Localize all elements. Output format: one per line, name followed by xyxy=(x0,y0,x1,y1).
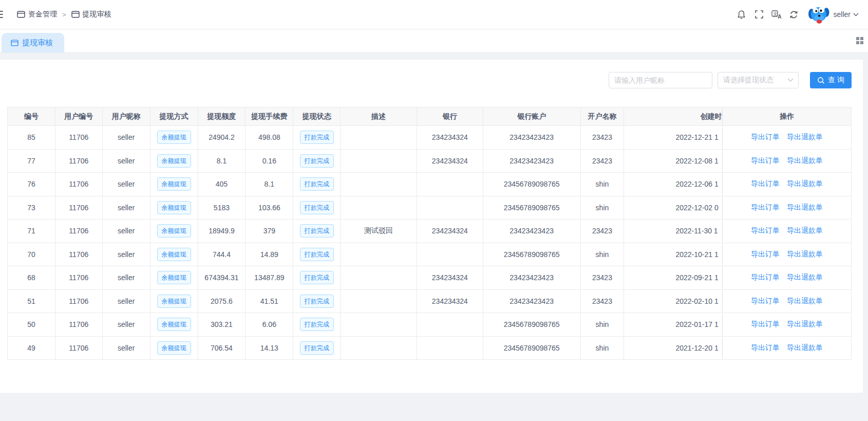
cell-created-time: 2022-12-06 1 xyxy=(624,173,723,196)
tab-bar: 提现审核 xyxy=(0,29,868,53)
cell-actions: 导出订单 导出退款单 xyxy=(723,337,851,360)
cell-bank xyxy=(417,313,483,336)
table-row: 85 11706 seller 余额提现 24904.2 498.08 打款完成… xyxy=(8,125,851,149)
col-header: 描述 xyxy=(341,107,417,125)
cell-account-name: shin xyxy=(581,196,625,219)
export-refund-link[interactable]: 导出退款单 xyxy=(787,203,823,212)
cell-actions: 导出订单 导出退款单 xyxy=(723,196,851,219)
cell-amount: 2075.6 xyxy=(198,290,246,313)
export-refund-link[interactable]: 导出退款单 xyxy=(787,156,823,166)
cell-amount: 18949.9 xyxy=(198,219,246,243)
export-order-link[interactable]: 导出订单 xyxy=(751,343,780,353)
chevron-down-icon[interactable] xyxy=(853,13,859,16)
translate-language-icon[interactable]: 文 A xyxy=(768,6,785,23)
cell-actions: 导出订单 导出退款单 xyxy=(723,150,851,173)
col-header: 提现方式 xyxy=(150,107,198,125)
tab-withdraw-audit[interactable]: 提现审核 xyxy=(2,33,64,52)
cell-bank-account: 23423423423 xyxy=(483,219,581,243)
cell-fee: 379 xyxy=(246,219,293,243)
cell-created-time: 2022-02-10 1 xyxy=(624,290,723,313)
menu-collapse-icon[interactable] xyxy=(0,11,3,20)
cell-actions: 导出订单 导出退款单 xyxy=(723,219,851,243)
cell-account-name: shin xyxy=(581,243,625,266)
notification-bell-icon[interactable] xyxy=(733,6,750,23)
table-row: 50 11706 seller 余额提现 303.21 6.06 打款完成 23… xyxy=(8,313,851,336)
cell-account-name: 23423 xyxy=(581,219,625,243)
cell-bank-account: 23423423423 xyxy=(483,150,581,173)
cell-account-name: shin xyxy=(581,313,625,336)
col-header-actions: 操作 xyxy=(723,107,851,125)
username[interactable]: seller xyxy=(834,10,851,19)
withdraw-status-select[interactable]: 请选择提现状态 xyxy=(718,72,799,88)
cell-id: 85 xyxy=(8,126,55,149)
col-header: 开户名称 xyxy=(581,107,625,125)
cell-user-id: 11706 xyxy=(55,150,103,173)
col-header: 银行账户 xyxy=(483,107,581,125)
cell-bank-account: 23423423423 xyxy=(483,266,581,289)
export-order-link[interactable]: 导出订单 xyxy=(751,203,780,212)
nickname-search-input[interactable] xyxy=(609,72,712,88)
cell-fee: 8.1 xyxy=(246,173,293,196)
table-row: 73 11706 seller 余额提现 5183 103.66 打款完成 23… xyxy=(8,196,851,219)
svg-text:A: A xyxy=(778,14,781,19)
export-order-link[interactable]: 导出订单 xyxy=(751,297,780,306)
cell-description xyxy=(341,173,417,196)
cell-fee: 41.51 xyxy=(246,290,293,313)
cell-nickname: seller xyxy=(103,313,150,336)
export-refund-link[interactable]: 导出退款单 xyxy=(787,273,823,282)
cell-fee: 103.66 xyxy=(246,196,293,219)
col-header: 用户编号 xyxy=(55,107,103,125)
cell-amount: 8.1 xyxy=(198,150,246,173)
cell-bank: 234234324 xyxy=(417,150,483,173)
cell-bank-account: 23456789098765 xyxy=(483,313,581,336)
export-refund-link[interactable]: 导出退款单 xyxy=(787,179,823,189)
cell-amount: 405 xyxy=(198,173,246,196)
breadcrumb-item-withdraw-audit[interactable]: 提现审核 xyxy=(71,10,111,19)
method-tag: 余额提现 xyxy=(157,224,191,237)
export-refund-link[interactable]: 导出退款单 xyxy=(787,250,823,259)
cell-bank: 234234324 xyxy=(417,290,483,313)
cell-created-time: 2022-11-30 1 xyxy=(624,219,723,243)
cell-nickname: seller xyxy=(103,196,150,219)
method-tag: 余额提现 xyxy=(157,154,191,168)
export-order-link[interactable]: 导出订单 xyxy=(751,250,780,259)
cell-bank-account: 23423423423 xyxy=(483,290,581,313)
breadcrumb-separator: > xyxy=(62,11,66,19)
export-order-link[interactable]: 导出订单 xyxy=(751,320,780,329)
cell-bank xyxy=(417,337,483,360)
cell-actions: 导出订单 导出退款单 xyxy=(723,266,851,289)
table-row: 49 11706 seller 余额提现 706.54 14.13 打款完成 2… xyxy=(8,336,851,360)
cell-id: 76 xyxy=(8,173,55,196)
export-refund-link[interactable]: 导出退款单 xyxy=(787,297,823,306)
cell-created-time: 2022-12-21 1 xyxy=(624,126,723,149)
col-header: 提现状态 xyxy=(293,107,341,125)
cell-fee: 0.16 xyxy=(246,150,293,173)
method-tag: 余额提现 xyxy=(157,341,191,355)
cell-fee: 498.08 xyxy=(246,126,293,149)
cell-user-id: 11706 xyxy=(55,196,103,219)
status-tag: 打款完成 xyxy=(300,248,334,261)
export-order-link[interactable]: 导出订单 xyxy=(751,156,780,166)
export-order-link[interactable]: 导出订单 xyxy=(751,273,780,282)
chevron-down-icon xyxy=(787,78,794,82)
cell-user-id: 11706 xyxy=(55,126,103,149)
export-refund-link[interactable]: 导出退款单 xyxy=(787,320,823,329)
avatar[interactable] xyxy=(808,4,829,25)
cell-description xyxy=(341,126,417,149)
export-order-link[interactable]: 导出订单 xyxy=(751,226,780,235)
refresh-icon[interactable] xyxy=(785,6,803,23)
export-order-link[interactable]: 导出订单 xyxy=(751,179,780,189)
cell-created-time: 2022-09-21 1 xyxy=(624,266,723,289)
col-header: 编号 xyxy=(8,107,55,125)
search-button[interactable]: 查 询 xyxy=(810,72,852,88)
col-header: 用户昵称 xyxy=(103,107,150,125)
export-refund-link[interactable]: 导出退款单 xyxy=(787,226,823,235)
grid-icon[interactable] xyxy=(856,37,864,45)
export-refund-link[interactable]: 导出退款单 xyxy=(787,133,823,142)
cell-bank-account: 23423423423 xyxy=(483,126,581,149)
fullscreen-icon[interactable] xyxy=(750,6,768,23)
export-refund-link[interactable]: 导出退款单 xyxy=(787,343,823,353)
breadcrumb-item-funds[interactable]: 资金管理 xyxy=(17,10,57,19)
export-order-link[interactable]: 导出订单 xyxy=(751,133,780,142)
main-panel: 请选择提现状态 查 询 编号 用户编号 用户昵 xyxy=(0,60,863,393)
